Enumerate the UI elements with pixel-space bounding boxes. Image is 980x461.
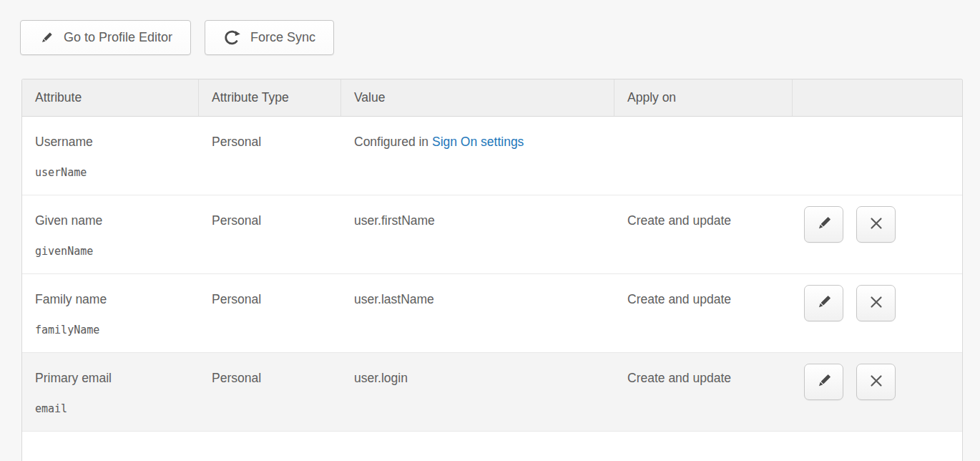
attribute-cell: Username userName bbox=[22, 117, 199, 195]
column-header-attribute: Attribute bbox=[22, 79, 199, 116]
edit-attribute-button[interactable] bbox=[804, 285, 843, 321]
value-cell: user.firstName bbox=[341, 195, 614, 273]
attribute-cell: Family name familyName bbox=[22, 274, 199, 352]
attribute-label: Username bbox=[35, 135, 199, 149]
attribute-variable-name: familyName bbox=[35, 324, 199, 336]
attribute-type-cell: Personal bbox=[199, 353, 341, 431]
attribute-variable-name: userName bbox=[35, 166, 199, 179]
attribute-cell: Given name givenName bbox=[22, 195, 199, 273]
attribute-type-cell: Personal bbox=[199, 117, 341, 195]
force-sync-label: Force Sync bbox=[250, 30, 315, 45]
edit-attribute-button[interactable] bbox=[804, 364, 843, 400]
value-text: Configured in bbox=[354, 135, 432, 149]
close-icon bbox=[867, 293, 886, 314]
sign-on-settings-link[interactable]: Sign On settings bbox=[432, 135, 524, 149]
apply-on-cell: Create and update bbox=[614, 195, 793, 273]
table-row-partial bbox=[22, 432, 962, 461]
attribute-cell: Primary email email bbox=[22, 353, 199, 431]
actions-cell-empty bbox=[793, 117, 962, 195]
apply-on-cell bbox=[614, 117, 793, 195]
apply-on-cell: Create and update bbox=[614, 274, 793, 352]
value-cell: Configured in Sign On settings bbox=[341, 117, 614, 195]
column-header-attribute-type: Attribute Type bbox=[199, 79, 341, 116]
value-cell: user.login bbox=[341, 353, 614, 431]
attribute-mappings-table: Attribute Attribute Type Value Apply on … bbox=[21, 79, 963, 461]
close-icon bbox=[867, 372, 886, 392]
go-to-profile-editor-button[interactable]: Go to Profile Editor bbox=[20, 20, 191, 55]
table-row-family-name: Family name familyName Personal user.las… bbox=[22, 274, 962, 353]
attribute-type-cell: Personal bbox=[199, 195, 341, 273]
column-header-value: Value bbox=[341, 79, 614, 116]
go-to-profile-editor-label: Go to Profile Editor bbox=[64, 30, 172, 45]
attribute-label: Primary email bbox=[35, 371, 199, 385]
attribute-variable-name: givenName bbox=[35, 245, 199, 258]
refresh-icon bbox=[223, 29, 241, 47]
attribute-label: Family name bbox=[35, 292, 199, 306]
table-header-row: Attribute Attribute Type Value Apply on bbox=[22, 79, 962, 117]
delete-attribute-button[interactable] bbox=[856, 364, 896, 400]
pencil-icon bbox=[39, 30, 54, 46]
apply-on-cell: Create and update bbox=[614, 353, 793, 431]
delete-attribute-button[interactable] bbox=[856, 285, 896, 321]
force-sync-button[interactable]: Force Sync bbox=[205, 20, 334, 55]
actions-cell bbox=[793, 195, 962, 273]
attribute-mappings-page: { "toolbar": { "buttons": [ { "label": "… bbox=[0, 0, 980, 461]
table-row-primary-email: Primary email email Personal user.login … bbox=[22, 353, 962, 432]
pencil-icon bbox=[815, 293, 833, 314]
toolbar: Go to Profile Editor Force Sync bbox=[20, 20, 334, 55]
column-header-apply-on: Apply on bbox=[614, 79, 793, 116]
value-cell: user.lastName bbox=[341, 274, 614, 352]
table-row-username: Username userName Personal Configured in… bbox=[22, 117, 962, 195]
delete-attribute-button[interactable] bbox=[856, 206, 896, 243]
pencil-icon bbox=[815, 214, 833, 235]
actions-cell bbox=[793, 274, 962, 352]
column-header-actions bbox=[793, 79, 962, 116]
actions-cell bbox=[793, 353, 962, 431]
attribute-type-cell: Personal bbox=[199, 274, 341, 352]
edit-attribute-button[interactable] bbox=[804, 206, 843, 243]
close-icon bbox=[867, 214, 886, 235]
table-row-given-name: Given name givenName Personal user.first… bbox=[22, 195, 962, 274]
pencil-icon bbox=[815, 372, 833, 392]
attribute-variable-name: email bbox=[35, 402, 199, 415]
attribute-label: Given name bbox=[35, 213, 199, 228]
